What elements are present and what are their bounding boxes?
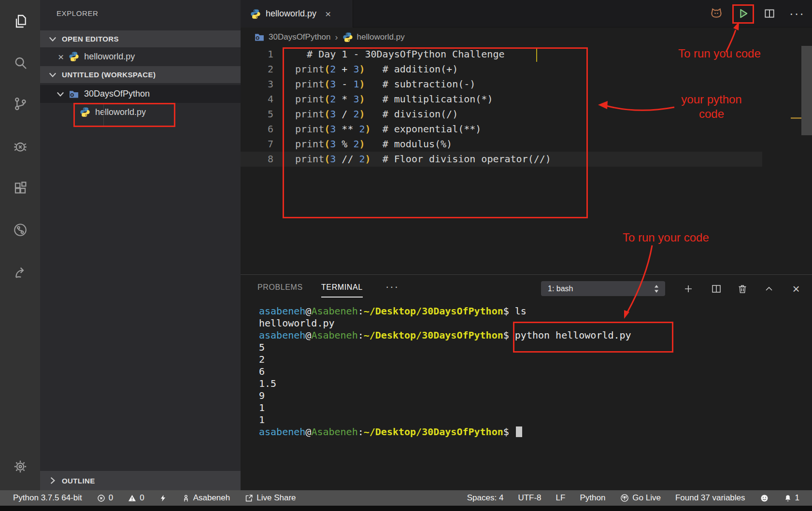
terminal-line: helloworld.py <box>259 317 631 329</box>
outline-header[interactable]: OUTLINE <box>40 471 241 490</box>
variables-found[interactable]: Found 37 variables <box>675 493 745 503</box>
scrollbar-thumb[interactable] <box>801 46 812 135</box>
code-line[interactable]: 3print(3 - 1) # subtraction(-) <box>241 77 812 92</box>
go-live[interactable]: Go Live <box>620 493 661 503</box>
circle-branch-icon[interactable] <box>0 216 40 244</box>
code-line[interactable]: 8print(3 // 2) # Floor division operator… <box>241 152 762 167</box>
terminal-line: asabeneh@Asabeneh:~/Desktop/30DaysOfPyth… <box>259 305 631 317</box>
add-terminal-icon[interactable] <box>680 282 697 296</box>
file-label: helloworld.py <box>95 107 146 117</box>
live-share[interactable]: Live Share <box>244 493 296 503</box>
error-icon <box>97 494 106 503</box>
python-version[interactable]: Python 3.7.5 64-bit <box>13 493 82 503</box>
encoding[interactable]: UTF-8 <box>518 493 541 503</box>
python-file-icon <box>69 51 79 62</box>
chevron-down-icon <box>47 70 58 80</box>
updown-arrows-icon <box>653 284 660 294</box>
line-number: 8 <box>241 152 273 167</box>
folder-item-30daysofpython[interactable]: 30DaysOfPython <box>40 85 241 103</box>
terminal-cursor <box>516 426 522 437</box>
code-line[interactable]: 1 # Day 1 - 30DaysOfPython Challenge <box>241 47 812 62</box>
editor-cursor <box>536 48 537 62</box>
shell-selected-label: 1: bash <box>548 284 573 293</box>
eol[interactable]: LF <box>556 493 566 503</box>
broadcast-icon <box>620 493 629 503</box>
status-left: Python 3.7.5 64-bit00AsabenehLive Share <box>0 493 296 503</box>
breadcrumb: 30DaysOfPython › helloworld.py <box>241 28 812 47</box>
settings-gear-icon[interactable] <box>0 453 40 481</box>
debug-icon[interactable] <box>0 132 40 160</box>
tab-helloworld[interactable]: helloworld.py × <box>241 0 353 28</box>
code-line[interactable]: 4print(2 * 3) # multiplication(*) <box>241 92 812 107</box>
terminal-line: 1 <box>259 402 631 414</box>
workspace-header[interactable]: UNTITLED (WORKSPACE) <box>40 66 241 83</box>
editor-group: helloworld.py × ··· 30DaysOfPython › hel… <box>241 0 812 274</box>
terminal-line: 6 <box>259 366 631 378</box>
maximize-panel-icon[interactable] <box>761 282 777 296</box>
notifications[interactable]: 1 <box>784 493 799 503</box>
breadcrumb-folder[interactable]: 30DaysOfPython <box>269 32 331 42</box>
close-panel-icon[interactable]: × <box>788 282 804 296</box>
breadcrumb-file[interactable]: helloworld.py <box>357 32 405 42</box>
open-editors-label: OPEN EDITORS <box>62 35 119 43</box>
terminal-shell-select[interactable]: 1: bash <box>541 281 665 296</box>
code-line[interactable]: 2print(2 + 3) # addition(+) <box>241 62 812 77</box>
search-icon[interactable] <box>0 49 40 77</box>
line-number: 5 <box>241 107 273 122</box>
open-editor-item[interactable]: × helloworld.py <box>40 47 241 66</box>
python-file-icon <box>80 107 90 117</box>
tab-bar: helloworld.py × ··· <box>241 0 812 28</box>
code-area[interactable]: 1 # Day 1 - 30DaysOfPython Challenge2pri… <box>241 47 812 167</box>
person-icon <box>182 494 190 503</box>
terminal-line: asabeneh@Asabeneh:~/Desktop/30DaysOfPyth… <box>259 426 631 438</box>
feedback-bolt[interactable] <box>159 494 167 503</box>
code-line[interactable]: 5print(3 / 2) # division(/) <box>241 107 812 122</box>
terminal-line: asabeneh@Asabeneh:~/Desktop/30DaysOfPyth… <box>259 329 631 341</box>
terminal-output[interactable]: asabeneh@Asabeneh:~/Desktop/30DaysOfPyth… <box>259 305 631 438</box>
warnings[interactable]: 0 <box>128 493 144 503</box>
feedback-smiley[interactable] <box>760 494 769 503</box>
panel: PROBLEMS TERMINAL ··· 1: bash × asabeneh… <box>241 274 812 490</box>
open-editors-header[interactable]: OPEN EDITORS <box>40 30 241 47</box>
tab-terminal[interactable]: TERMINAL <box>321 283 363 298</box>
tab-problems[interactable]: PROBLEMS <box>257 283 303 292</box>
panel-more-icon[interactable]: ··· <box>385 281 399 293</box>
folder-icon <box>254 32 265 43</box>
folder-icon <box>69 89 79 99</box>
terminal-line: 5 <box>259 341 631 354</box>
cat-icon[interactable] <box>707 4 726 23</box>
file-item-helloworld[interactable]: helloworld.py <box>40 103 241 121</box>
source-control-icon[interactable] <box>0 90 40 118</box>
indent-guide <box>103 103 104 126</box>
run-button[interactable] <box>733 4 753 23</box>
terminal-line: 9 <box>259 390 631 402</box>
terminal-line: 1 <box>259 414 631 426</box>
activity-bar <box>0 0 40 490</box>
line-number: 7 <box>241 137 273 152</box>
language-mode[interactable]: Python <box>580 493 605 503</box>
code-line[interactable]: 6print(3 ** 2) # exponential(**) <box>241 122 812 137</box>
code-text: # Day 1 - 30DaysOfPython Challenge <box>273 48 504 60</box>
line-number: 2 <box>241 62 273 77</box>
line-number: 1 <box>241 47 273 62</box>
close-tab-icon[interactable]: × <box>325 8 331 20</box>
files-icon[interactable] <box>0 7 40 35</box>
errors[interactable]: 0 <box>97 493 113 503</box>
code-line[interactable]: 7print(3 % 2) # modulus(%) <box>241 137 812 152</box>
split-editor-icon[interactable] <box>760 4 779 23</box>
share-arrow-icon[interactable] <box>0 258 40 286</box>
close-icon[interactable]: × <box>58 52 64 62</box>
account[interactable]: Asabeneh <box>182 493 230 503</box>
extensions-icon[interactable] <box>0 174 40 202</box>
bolt-icon <box>159 494 167 503</box>
more-actions-icon[interactable]: ··· <box>787 4 807 23</box>
explorer-sidebar: EXPLORER OPEN EDITORS × helloworld.py UN… <box>40 0 241 490</box>
smiley-icon <box>760 494 769 503</box>
kill-terminal-icon[interactable] <box>734 282 751 296</box>
breadcrumb-separator-icon: › <box>335 32 338 43</box>
status-bar: Python 3.7.5 64-bit00AsabenehLive Share … <box>0 490 812 506</box>
code-text: print(3 ** 2) # exponential(**) <box>273 123 481 135</box>
indentation[interactable]: Spaces: 4 <box>467 493 504 503</box>
code-text: print(2 + 3) # addition(+) <box>273 63 458 75</box>
split-terminal-icon[interactable] <box>708 282 725 296</box>
